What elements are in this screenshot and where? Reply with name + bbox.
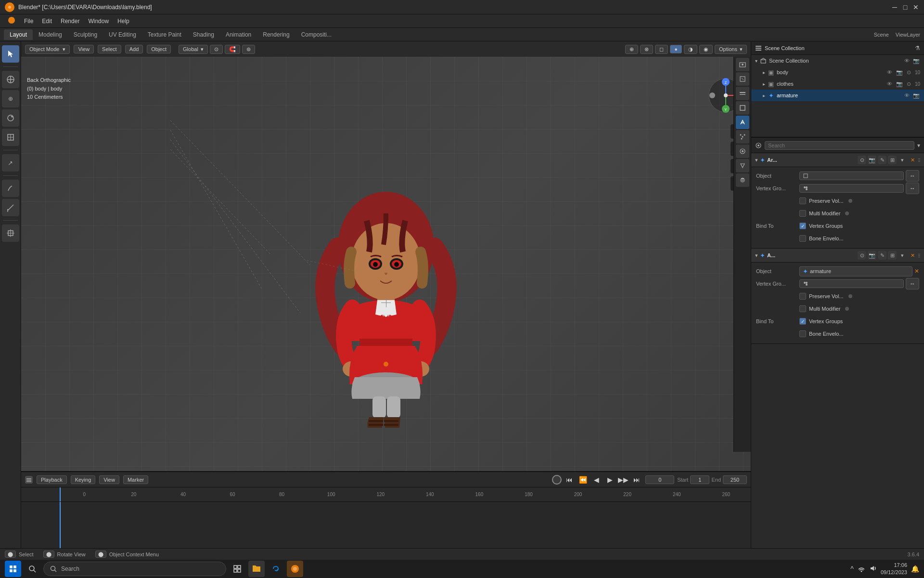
tab-texture-paint[interactable]: Texture Paint	[142, 29, 187, 40]
taskbar-search-bar[interactable]: Search	[43, 562, 226, 576]
close-button[interactable]: ✕	[912, 4, 919, 11]
mod1-editmode-icon[interactable]: ✎	[878, 156, 886, 164]
mod1-cage-icon[interactable]: ⊞	[888, 156, 897, 164]
prop-physics-icon[interactable]	[736, 144, 749, 158]
tab-animation[interactable]: Animation	[220, 29, 257, 40]
mod1-object-value[interactable]	[799, 171, 904, 180]
prev-keyframe-button[interactable]: ⏪	[577, 474, 589, 486]
mod2-preserve-checkbox-box[interactable]	[799, 293, 806, 300]
outliner-scene-collection[interactable]: ▾ Scene Collection 👁 📷	[751, 55, 924, 66]
prop-output-icon[interactable]	[736, 72, 749, 86]
add-primitive-button[interactable]	[2, 224, 19, 242]
body-viewport-vis[interactable]: 👁	[886, 68, 894, 76]
taskbar-explorer-button[interactable]	[248, 561, 265, 577]
mod2-multimod-checkbox[interactable]: Multi Modifier	[799, 305, 849, 312]
viewport-mode-selector[interactable]: Object Mode ▾	[25, 45, 70, 54]
prop-viewlayer-icon[interactable]	[736, 87, 749, 100]
mod1-vertex-groups-checkbox[interactable]: ✓ Vertex Groups	[799, 223, 843, 229]
viewport-canvas[interactable]: Back Orthographic (0) body | body 10 Cen…	[21, 57, 751, 548]
step-forward-button[interactable]: ▶▶	[617, 474, 629, 486]
current-frame-input[interactable]	[645, 475, 674, 484]
step-back-button[interactable]: ◀	[590, 474, 602, 486]
end-frame-input[interactable]	[723, 475, 747, 484]
annotate-tool-button[interactable]	[2, 180, 19, 197]
frame-marker[interactable]	[60, 487, 61, 501]
mod2-render-icon[interactable]: 📷	[868, 251, 876, 260]
viewport-view-menu[interactable]: View	[74, 45, 94, 53]
viewport-shading-render[interactable]: ◉	[699, 45, 713, 54]
window-controls[interactable]: ─ □ ✕	[891, 4, 919, 11]
mod2-vertex-groups-checkbox[interactable]: ✓ Vertex Groups	[799, 318, 843, 325]
tab-rendering[interactable]: Rendering	[257, 29, 295, 40]
tab-sculpting[interactable]: Sculpting	[68, 29, 103, 40]
scale-tool-button[interactable]	[2, 129, 19, 146]
system-clock[interactable]: 17:06 09/12/2023	[881, 562, 907, 577]
mod1-multimod-checkbox-box[interactable]	[799, 210, 806, 217]
scene-selector-icon[interactable]: Scene	[874, 32, 889, 38]
mod2-preserve-volume-checkbox[interactable]: Preserve Vol...	[799, 293, 852, 300]
tab-shading[interactable]: Shading	[187, 29, 220, 40]
mod2-collapse-icon[interactable]: ▾	[898, 251, 907, 260]
transform-tool-button[interactable]: ↗	[2, 154, 19, 171]
mod1-render-icon[interactable]: 📷	[868, 156, 876, 164]
modifier-1-collapse-icon[interactable]: ▾	[755, 157, 758, 163]
snap-toggle[interactable]: 🧲	[225, 45, 240, 54]
clothes-viewport-vis[interactable]: 👁	[886, 80, 894, 88]
select-tool-button[interactable]	[2, 45, 19, 63]
modifier-2-collapse-icon[interactable]: ▾	[755, 252, 758, 259]
viewport-options-menu[interactable]: Options ▾	[715, 45, 747, 54]
mod1-vg-checkbox-box[interactable]: ✓	[799, 223, 806, 229]
mod1-preserve-volume-checkbox[interactable]: Preserve Vol...	[799, 197, 852, 204]
modifier-1-header[interactable]: ▾ ✦ Ar... ⊙ 📷 ✎ ⊞ ▾ ✕	[751, 153, 924, 167]
view-layer-selector-icon[interactable]: ViewLayer	[896, 32, 920, 38]
tray-chevron-icon[interactable]: ^	[850, 565, 854, 573]
measure-tool-button[interactable]	[2, 199, 19, 216]
outliner-clothes-row[interactable]: ▸ ▣ clothes 👁 📷 ⊙ 10	[751, 78, 924, 90]
mod2-boneenv-checkbox-box[interactable]	[799, 330, 806, 337]
tab-layout[interactable]: Layout	[4, 29, 33, 40]
cursor-tool-button[interactable]	[2, 71, 19, 88]
keying-menu[interactable]: Keying	[71, 475, 96, 484]
mod2-realtime-icon[interactable]: ⊙	[858, 251, 866, 260]
viewport-visibility-icon[interactable]: 👁	[903, 57, 911, 65]
mod2-boneenv-checkbox[interactable]: Bone Envelo...	[799, 330, 844, 337]
outliner-body-row[interactable]: ▸ ▣ body 👁 📷 ⊙ 10	[751, 66, 924, 78]
maximize-button[interactable]: □	[902, 4, 909, 11]
proportional-edit[interactable]: ⊚	[242, 45, 255, 54]
menu-edit[interactable]: Edit	[38, 17, 56, 26]
mod1-preserve-checkbox-box[interactable]	[799, 197, 806, 204]
mod1-boneenv-checkbox-box[interactable]	[799, 235, 806, 242]
prop-constraints-icon[interactable]	[736, 159, 749, 172]
menu-file[interactable]: File	[20, 17, 37, 26]
jump-to-start-button[interactable]: ⏮	[564, 474, 575, 486]
mod1-boneenv-checkbox[interactable]: Bone Envelo...	[799, 235, 844, 242]
clothes-render-vis[interactable]: 📷	[896, 80, 903, 88]
body-select-vis[interactable]: ⊙	[905, 68, 913, 76]
prop-object-icon[interactable]	[736, 101, 749, 115]
render-visibility-icon[interactable]: 📷	[912, 57, 920, 65]
mod2-vgroup-value[interactable]	[799, 279, 904, 288]
start-button[interactable]	[5, 561, 21, 577]
taskbar-edge-button[interactable]	[268, 561, 284, 577]
mod2-cage-icon[interactable]: ⊞	[888, 251, 897, 260]
mod1-drag-handle[interactable]	[918, 155, 920, 165]
marker-menu[interactable]: Marker	[123, 475, 148, 484]
tab-compositing[interactable]: Compositi...	[295, 29, 337, 40]
menu-blender[interactable]	[4, 15, 19, 26]
prop-modifier-icon[interactable]	[736, 116, 749, 129]
mod2-editmode-icon[interactable]: ✎	[878, 251, 886, 260]
overlay-toggle[interactable]: ⊕	[625, 45, 638, 54]
outliner-filter-icon[interactable]: ⚗	[915, 45, 920, 52]
tray-volume-icon[interactable]	[869, 565, 877, 574]
frame-playhead[interactable]	[60, 502, 61, 548]
tray-network-icon[interactable]	[858, 565, 865, 574]
mod2-vg-checkbox-box[interactable]: ✓	[799, 318, 806, 325]
tab-modeling[interactable]: Modeling	[33, 29, 68, 40]
pivot-selector[interactable]: ⊙	[210, 45, 223, 54]
start-frame-input[interactable]	[690, 475, 709, 484]
prop-particles-icon[interactable]	[736, 130, 749, 144]
viewport-shading-wire[interactable]: ◻	[655, 45, 668, 54]
mod2-delete-icon[interactable]: ✕	[908, 251, 917, 260]
armature-render-vis[interactable]: 📷	[912, 92, 920, 99]
mod2-drag-handle[interactable]	[918, 250, 920, 260]
